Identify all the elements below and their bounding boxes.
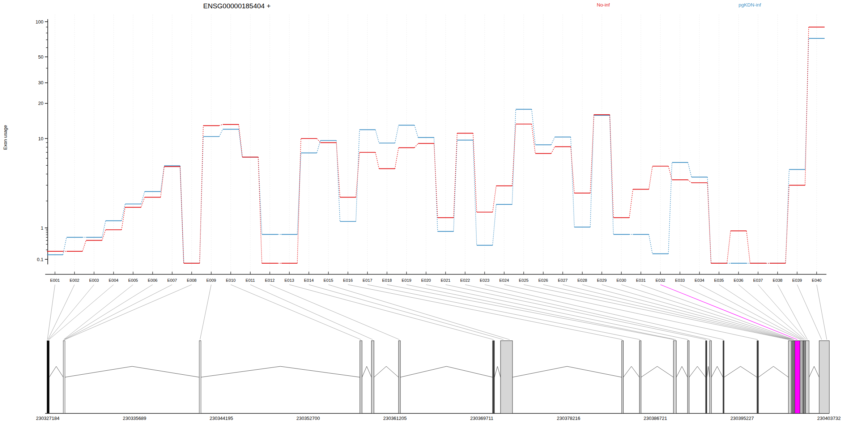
page-title: ENSG00000185404 + <box>203 2 271 10</box>
exon-connector-line-E034 <box>699 285 803 340</box>
gene-model-exon-box <box>800 341 802 413</box>
series-no-inf-connector <box>180 167 184 263</box>
y-axis-tick-label: 50 <box>38 54 43 60</box>
series-no-inf-connector <box>707 183 711 263</box>
series-no-inf-connector <box>512 124 516 186</box>
x-axis-label-E019: E019 <box>402 278 412 282</box>
exon-connector-line-E025 <box>524 285 789 340</box>
series-pgkdn-inf-connector <box>590 115 594 227</box>
exon-connector-line-E004 <box>49 285 114 340</box>
y-axis-title: Exon usage <box>3 125 8 150</box>
x-axis-label-E029: E029 <box>597 278 607 282</box>
x-axis-label-E026: E026 <box>539 278 548 282</box>
series-no-inf-connector <box>356 152 359 197</box>
series-pgkdn-inf-connector <box>63 237 67 255</box>
x-axis-label-E028: E028 <box>578 278 587 282</box>
series-no-inf-connector <box>317 139 320 142</box>
series-no-inf-connector <box>375 152 379 169</box>
y-axis-tick-label: 100 <box>35 19 43 25</box>
exon-connector-line-E005 <box>64 285 133 340</box>
x-axis-label-E038: E038 <box>773 278 783 282</box>
gene-model-exon-box <box>47 341 49 413</box>
series-no-inf-connector <box>395 148 399 169</box>
exon-connector-line-E030 <box>621 285 793 340</box>
x-axis-label-E023: E023 <box>480 278 490 282</box>
series-pgkdn-inf-connector <box>122 204 125 221</box>
x-axis-label-E011: E011 <box>246 278 255 282</box>
x-axis-label-E009: E009 <box>207 278 216 282</box>
x-axis-label-E032: E032 <box>656 278 665 282</box>
series-pgkdn-inf-connector <box>317 141 320 153</box>
series-no-inf-connector <box>727 231 731 263</box>
series-pgkdn-inf-connector <box>473 140 477 245</box>
x-axis-label-E012: E012 <box>265 278 275 282</box>
gene-model-exon-box <box>806 341 809 413</box>
series-no-inf-connector <box>786 185 789 263</box>
x-axis-label-E016: E016 <box>343 278 353 282</box>
x-axis-label-E025: E025 <box>519 278 529 282</box>
gene-model-exon-box <box>493 341 494 413</box>
gene-model-exon-box <box>710 341 711 413</box>
genomic-coordinate-label: 230344195 <box>209 416 233 421</box>
genomic-coordinate-label: 230386721 <box>643 416 667 421</box>
genomic-coordinate-label: 230403732 <box>817 416 841 421</box>
series-no-inf-connector <box>200 125 203 263</box>
intron-line <box>65 366 200 377</box>
exon-connector-line-E008 <box>65 285 192 340</box>
intron-line <box>624 366 640 377</box>
series-no-inf-connector <box>336 142 340 197</box>
genomic-coordinate-label: 230361205 <box>383 416 407 421</box>
gene-model-exon-box <box>360 341 362 413</box>
exon-connector-line-E009 <box>200 285 211 340</box>
series-no-inf-connector <box>746 231 750 263</box>
intron-line <box>362 366 371 377</box>
genomic-coordinate-label: 230352700 <box>296 416 320 421</box>
exon-connector-line-E019 <box>407 285 676 340</box>
series-pgkdn-inf-connector <box>512 109 516 204</box>
exon-connector-line-E003 <box>48 285 94 340</box>
genomic-coordinate-label: 230378216 <box>557 416 580 421</box>
genomic-coordinate-label: 230335689 <box>123 416 146 421</box>
series-no-inf-connector <box>532 124 535 153</box>
series-no-inf-connector <box>688 180 692 183</box>
intron-line <box>724 366 757 377</box>
intron-line <box>494 366 501 377</box>
exon-connector-line-E002 <box>48 285 75 340</box>
series-pgkdn-inf-connector <box>649 234 652 254</box>
x-axis-label-E008: E008 <box>187 278 197 282</box>
series-no-inf-connector <box>239 124 242 157</box>
exon-connector-line-E010 <box>231 285 361 340</box>
gene-model-exon-box <box>706 341 707 413</box>
intron-line <box>512 366 622 377</box>
x-axis-label-E036: E036 <box>734 278 744 282</box>
exon-connector-line-significant-E032 <box>660 285 797 340</box>
gene-model-exon-box <box>399 341 400 413</box>
gene-model-exon-box <box>819 341 829 413</box>
intron-line <box>641 366 674 377</box>
series-no-inf-connector <box>297 139 301 263</box>
series-no-inf-connector <box>434 144 438 218</box>
gene-model-exon-box <box>673 341 676 413</box>
intron-line <box>374 366 399 377</box>
exon-connector-line-E013 <box>289 285 494 340</box>
series-no-inf-connector <box>649 166 652 190</box>
exon-connector-line-E012 <box>270 285 400 340</box>
gene-model-exon-box <box>199 341 201 413</box>
y-axis-tick-label: 30 <box>38 80 43 85</box>
gene-model-exon-box <box>757 341 758 413</box>
series-no-inf-connector <box>590 115 594 193</box>
legend-item-no-inf: No-inf <box>597 2 610 8</box>
gene-model-exon-box <box>371 341 374 413</box>
series-no-inf-connector <box>493 186 496 212</box>
gene-model-exon-box <box>794 341 795 413</box>
x-axis-label-E015: E015 <box>324 278 333 282</box>
x-axis-label-E018: E018 <box>382 278 392 282</box>
series-no-inf-connector <box>82 241 86 251</box>
exon-connector-line-E033 <box>680 285 801 340</box>
legend-item-pgkdn-inf: pgKDN-inf <box>739 2 761 8</box>
x-axis-label-E031: E031 <box>636 278 646 282</box>
series-no-inf-connector <box>161 167 164 197</box>
intron-line <box>201 366 360 377</box>
x-axis-label-E001: E001 <box>50 278 60 282</box>
exon-connector-line-E011 <box>250 285 373 340</box>
